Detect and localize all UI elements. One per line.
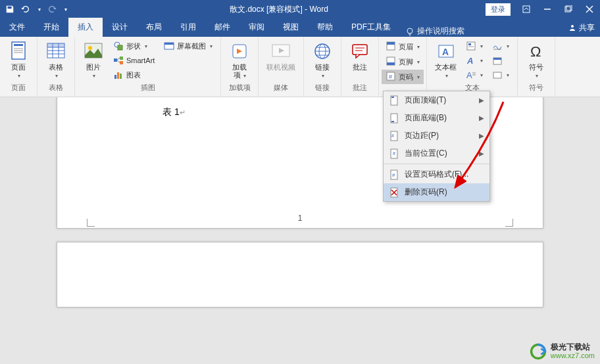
svg-text:#: # [393, 151, 395, 156]
redo-icon[interactable] [47, 5, 57, 14]
svg-text:A: A [466, 70, 472, 80]
lightbulb-icon [405, 27, 414, 36]
dropcap-button[interactable]: A▾ [463, 68, 486, 81]
smartart-icon [113, 55, 124, 66]
svg-rect-55 [468, 43, 471, 45]
tell-me[interactable]: 操作说明搜索 [400, 26, 470, 37]
svg-text:A: A [466, 56, 473, 66]
window-title: 散文.docx [兼容模式] - Word [72, 4, 486, 15]
tab-layout[interactable]: 布局 [137, 18, 171, 37]
close-icon[interactable] [579, 0, 600, 18]
svg-line-30 [117, 60, 120, 62]
svg-rect-43 [353, 45, 367, 55]
smartart-button[interactable]: SmartArt [111, 54, 157, 67]
qat-customize[interactable]: ▾ [64, 7, 67, 12]
group-tables-label: 表格 [43, 83, 69, 94]
watermark-logo-icon [530, 343, 547, 360]
dd-format-page-numbers[interactable]: # 设置页码格式(F)... [384, 166, 489, 183]
wordart-button[interactable]: A▾ [463, 54, 486, 67]
tab-mailings[interactable]: 邮件 [205, 18, 239, 37]
links-button[interactable]: 链接▾ [309, 39, 336, 81]
dd-top-of-page[interactable]: 页面顶端(T) ▶ [384, 91, 489, 109]
group-pages-label: 页面 [5, 83, 32, 94]
table-button[interactable]: 表格▾ [43, 39, 69, 81]
dd-page-margins[interactable]: # 页边距(P) ▶ [384, 127, 489, 145]
tab-view[interactable]: 视图 [274, 18, 308, 37]
svg-text:#: # [389, 74, 392, 80]
comment-button[interactable]: 批注 [347, 39, 373, 72]
tab-pdf[interactable]: PDF工具集 [342, 18, 400, 37]
maximize-icon[interactable] [558, 0, 579, 18]
signature-button[interactable]: ▾ [489, 39, 512, 53]
svg-rect-21 [47, 43, 64, 47]
addins-button[interactable]: 加载 项 ▾ [226, 39, 253, 81]
watermark: 极光下载站 www.xz7.com [530, 343, 595, 360]
group-addins-label: 加载项 [226, 83, 253, 94]
svg-rect-33 [120, 74, 122, 79]
minimize-icon[interactable] [537, 0, 558, 18]
table-caption: 表 1 [162, 106, 180, 117]
textbox-button[interactable]: A 文本框▾ [432, 39, 459, 81]
dd-remove-page-numbers[interactable]: 删除页码(R) [384, 183, 489, 201]
page-number-button[interactable]: # 页码▾ [382, 70, 424, 84]
margins-icon: # [389, 131, 399, 141]
svg-rect-31 [114, 75, 116, 79]
tab-help[interactable]: 帮助 [308, 18, 342, 37]
symbol-button[interactable]: Ω 符号▾ [523, 39, 549, 81]
tab-home[interactable]: 开始 [34, 18, 68, 37]
group-illustrations-label: 插图 [80, 83, 215, 94]
save-icon[interactable] [5, 5, 14, 14]
tab-insert[interactable]: 插入 [68, 18, 103, 37]
svg-rect-47 [387, 42, 395, 45]
svg-rect-28 [120, 61, 123, 64]
dd-current-position[interactable]: # 当前位置(C) ▶ [384, 145, 489, 162]
header-button[interactable]: 页眉▾ [382, 39, 424, 54]
online-video-button[interactable]: 联机视频 [264, 39, 298, 72]
object-button[interactable]: ▾ [489, 68, 512, 81]
svg-rect-64 [493, 72, 501, 78]
group-media-label: 媒体 [264, 83, 298, 94]
svg-text:A: A [442, 47, 449, 57]
remove-icon [389, 187, 399, 198]
header-icon [386, 41, 396, 53]
format-icon: # [389, 170, 399, 180]
share-button[interactable]: 共享 [563, 18, 600, 37]
tab-review[interactable]: 审阅 [239, 18, 274, 37]
pictures-button[interactable]: 图片▾ [80, 39, 107, 81]
tab-file[interactable]: 文件 [0, 18, 34, 37]
bottom-icon [389, 113, 399, 124]
submenu-arrow-icon: ▶ [479, 132, 484, 139]
person-icon [568, 24, 576, 32]
shapes-icon [113, 41, 124, 51]
datetime-button[interactable] [489, 54, 512, 67]
svg-point-23 [88, 46, 92, 50]
ribbon-options-icon[interactable] [516, 0, 537, 18]
tab-design[interactable]: 设计 [103, 18, 137, 37]
chart-icon [113, 70, 124, 80]
svg-rect-2 [565, 7, 570, 12]
svg-rect-63 [493, 58, 501, 60]
page-number-dropdown: 页面顶端(T) ▶ 页面底端(B) ▶ # 页边距(P) ▶ # 当前位置(C)… [383, 91, 490, 202]
svg-text:#: # [392, 172, 395, 178]
svg-rect-11 [14, 44, 23, 46]
shapes-button[interactable]: 形状▾ [111, 39, 157, 53]
svg-line-29 [117, 58, 120, 60]
document-page-2[interactable] [57, 242, 543, 307]
svg-rect-35 [164, 43, 174, 45]
screenshot-icon [164, 41, 174, 51]
pages-button[interactable]: 页面▾ [5, 39, 32, 81]
group-links-label: 链接 [309, 83, 336, 94]
tab-references[interactable]: 引用 [171, 18, 205, 37]
undo-icon[interactable] [21, 5, 30, 14]
screenshot-button[interactable]: 屏幕截图▾ [161, 39, 215, 53]
login-button[interactable]: 登录 [486, 3, 511, 16]
top-icon [389, 95, 399, 106]
undo-dropdown[interactable]: ▾ [38, 7, 41, 12]
footer-button[interactable]: 页脚▾ [382, 55, 424, 69]
quickparts-button[interactable]: ▾ [463, 39, 486, 53]
submenu-arrow-icon: ▶ [479, 114, 484, 122]
chart-button[interactable]: 图表 [111, 68, 157, 81]
svg-rect-56 [468, 46, 474, 47]
dd-bottom-of-page[interactable]: 页面底端(B) ▶ [384, 109, 489, 127]
footer-icon [386, 56, 396, 68]
